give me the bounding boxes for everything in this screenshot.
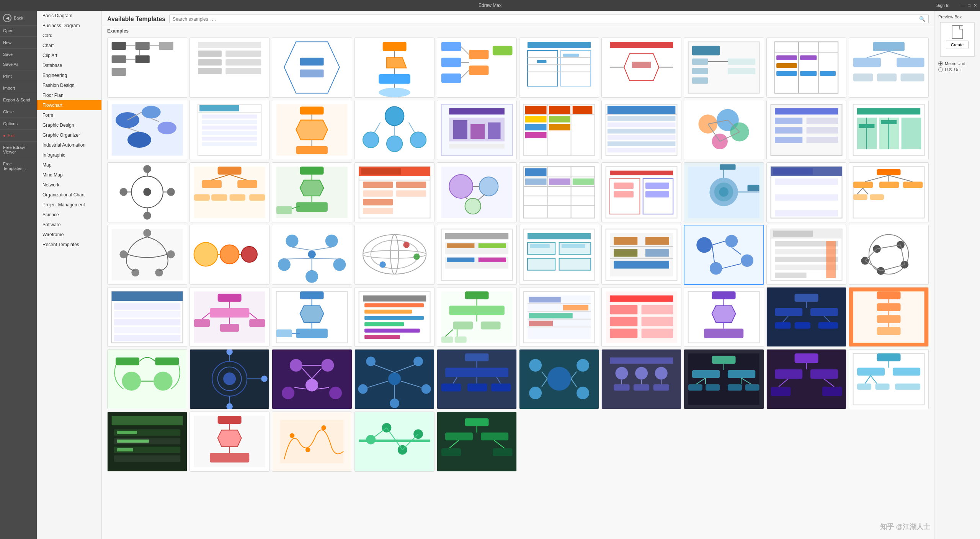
category-business-diagram[interactable]: Business Diagram bbox=[37, 21, 101, 31]
sidebar-item-save[interactable]: Save bbox=[0, 49, 37, 59]
category-graphic-organizer[interactable]: Graphic Organizer bbox=[37, 130, 101, 140]
sidebar-item-print[interactable]: Print bbox=[0, 71, 37, 81]
template-card[interactable] bbox=[272, 100, 352, 160]
template-card[interactable] bbox=[519, 349, 599, 409]
template-card[interactable] bbox=[519, 225, 599, 285]
category-floor-plan[interactable]: Floor Plan bbox=[37, 90, 101, 100]
category-basic-diagram[interactable]: Basic Diagram bbox=[37, 11, 101, 21]
template-card[interactable] bbox=[107, 287, 187, 347]
template-card[interactable] bbox=[189, 349, 270, 409]
template-card[interactable] bbox=[601, 162, 681, 222]
create-button[interactable]: Create bbox=[946, 41, 969, 49]
template-card[interactable] bbox=[354, 349, 434, 409]
template-card[interactable] bbox=[684, 38, 764, 98]
category-org-chart[interactable]: Organizational Chart bbox=[37, 190, 101, 200]
template-card[interactable] bbox=[437, 412, 517, 472]
category-fashion-design[interactable]: Fashion Design bbox=[37, 80, 101, 90]
category-card[interactable]: Card bbox=[37, 31, 101, 41]
template-card[interactable] bbox=[766, 38, 846, 98]
sidebar-item-close[interactable]: Close bbox=[0, 107, 37, 117]
template-card[interactable] bbox=[849, 225, 929, 285]
sidebar-item-export[interactable]: Export & Send bbox=[0, 95, 37, 105]
category-software[interactable]: Software bbox=[37, 220, 101, 230]
template-card[interactable] bbox=[272, 38, 352, 98]
template-card[interactable] bbox=[272, 287, 352, 347]
template-card[interactable] bbox=[189, 38, 270, 98]
category-form[interactable]: Form bbox=[37, 110, 101, 120]
template-card[interactable] bbox=[354, 38, 434, 98]
metric-unit-radio[interactable]: Metric Unit bbox=[938, 61, 965, 66]
back-button[interactable]: ◀ Back bbox=[0, 11, 37, 26]
template-card[interactable] bbox=[519, 287, 599, 347]
sidebar-item-new[interactable]: New bbox=[0, 38, 37, 47]
template-card[interactable] bbox=[684, 100, 764, 160]
template-card[interactable] bbox=[354, 287, 434, 347]
template-card[interactable] bbox=[601, 100, 681, 160]
template-card[interactable] bbox=[601, 38, 681, 98]
template-card[interactable] bbox=[766, 225, 846, 285]
category-engineering[interactable]: Engineering bbox=[37, 70, 101, 80]
template-card[interactable] bbox=[189, 225, 270, 285]
category-infographic[interactable]: Infographic bbox=[37, 150, 101, 160]
search-input[interactable] bbox=[173, 16, 919, 22]
category-chart[interactable]: Chart bbox=[37, 41, 101, 51]
sidebar-item-exit[interactable]: ● Exit bbox=[0, 131, 37, 140]
template-card[interactable] bbox=[601, 287, 681, 347]
template-card[interactable] bbox=[766, 349, 846, 409]
sidebar-item-open[interactable]: Open bbox=[0, 26, 37, 36]
category-industrial-automation[interactable]: Industrial Automation bbox=[37, 140, 101, 150]
template-card[interactable] bbox=[272, 162, 352, 222]
template-card[interactable] bbox=[189, 412, 270, 472]
category-network[interactable]: Network bbox=[37, 180, 101, 190]
sidebar-item-free-templates[interactable]: Free Templates... bbox=[0, 159, 37, 173]
sidebar-item-options[interactable]: Options bbox=[0, 119, 37, 129]
template-card[interactable] bbox=[684, 225, 764, 285]
template-card[interactable] bbox=[107, 412, 187, 472]
template-card[interactable] bbox=[684, 162, 764, 222]
category-graphic-design[interactable]: Graphic Design bbox=[37, 120, 101, 130]
maximize-button[interactable]: □ bbox=[968, 3, 970, 8]
template-card[interactable] bbox=[849, 100, 929, 160]
template-card[interactable] bbox=[437, 225, 517, 285]
sidebar-item-saveas[interactable]: Save As bbox=[0, 59, 37, 69]
template-card[interactable] bbox=[849, 349, 929, 409]
template-card[interactable] bbox=[437, 349, 517, 409]
category-flowchart[interactable]: Flowchart bbox=[37, 100, 101, 110]
template-card[interactable] bbox=[354, 100, 434, 160]
templates-grid-wrapper[interactable] bbox=[102, 36, 934, 539]
category-project-mgmt[interactable]: Project Management bbox=[37, 200, 101, 210]
category-science[interactable]: Science bbox=[37, 210, 101, 220]
template-card[interactable] bbox=[107, 225, 187, 285]
signin-button[interactable]: Sign In bbox=[936, 3, 949, 8]
sidebar-item-free-viewer[interactable]: Free Edraw Viewer bbox=[0, 142, 37, 157]
template-card[interactable] bbox=[437, 287, 517, 347]
sidebar-item-import[interactable]: Import bbox=[0, 83, 37, 93]
us-unit-radio[interactable]: U.S. Unit bbox=[938, 67, 965, 72]
category-mind-map[interactable]: Mind Map bbox=[37, 170, 101, 180]
template-card[interactable] bbox=[354, 162, 434, 222]
close-button[interactable]: ✕ bbox=[973, 3, 977, 8]
template-card[interactable] bbox=[766, 287, 846, 347]
template-card[interactable] bbox=[272, 225, 352, 285]
category-map[interactable]: Map bbox=[37, 160, 101, 170]
template-card[interactable] bbox=[601, 225, 681, 285]
category-clip-art[interactable]: Clip Art bbox=[37, 51, 101, 60]
template-card[interactable] bbox=[437, 100, 517, 160]
template-card[interactable] bbox=[437, 38, 517, 98]
template-card[interactable] bbox=[519, 100, 599, 160]
template-card[interactable] bbox=[354, 225, 434, 285]
minimize-button[interactable]: — bbox=[960, 3, 965, 8]
template-card[interactable] bbox=[766, 100, 846, 160]
template-card[interactable] bbox=[849, 287, 929, 347]
template-card[interactable] bbox=[354, 412, 434, 472]
template-card[interactable] bbox=[519, 38, 599, 98]
template-card[interactable] bbox=[107, 162, 187, 222]
template-card[interactable] bbox=[849, 38, 929, 98]
template-card[interactable] bbox=[684, 287, 764, 347]
template-card[interactable] bbox=[107, 100, 187, 160]
category-database[interactable]: Database bbox=[37, 60, 101, 70]
template-card[interactable] bbox=[272, 349, 352, 409]
template-card[interactable] bbox=[107, 38, 187, 98]
template-card[interactable] bbox=[519, 162, 599, 222]
category-recent-templates[interactable]: Recent Templates bbox=[37, 240, 101, 250]
